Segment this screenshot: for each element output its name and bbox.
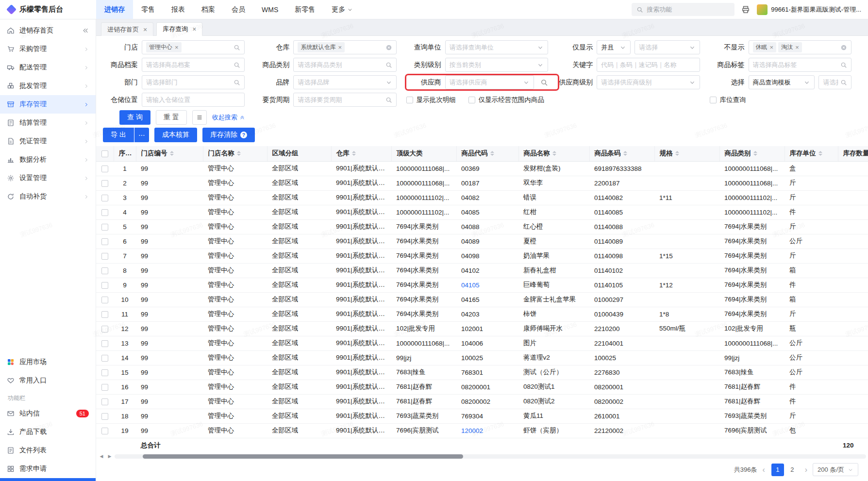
row-checkbox[interactable] — [101, 253, 108, 260]
table-row[interactable]: 1399管理中心全部区域9901|系统默认仓库1000000111068|...… — [96, 336, 868, 350]
prev-page-icon[interactable]: ‹ — [761, 465, 766, 474]
product-archive-input[interactable]: 请选择商品档案 — [142, 58, 245, 72]
row-checkbox[interactable] — [101, 166, 108, 172]
sidebar-item-analytics[interactable]: 数据分析 — [0, 150, 96, 169]
user-menu[interactable]: 99661-新界面果蔬版测试-管理... — [757, 4, 861, 15]
exclude-input[interactable]: 休眠×淘汰× — [749, 40, 851, 54]
search-icon[interactable] — [234, 79, 240, 86]
cell-code[interactable]: 04105 — [456, 278, 518, 292]
collapse-search-link[interactable]: 收起搜索 — [212, 113, 245, 122]
table-row[interactable]: 1099管理中心全部区域9901|系统默认仓库7694|水果类别04165金牌富… — [96, 292, 868, 307]
query-unit-select[interactable]: 请选择查询单位 — [445, 40, 548, 54]
sort-icon[interactable] — [675, 149, 679, 158]
cell-code[interactable]: 120002 — [456, 423, 518, 438]
sort-icon[interactable] — [552, 149, 556, 158]
remove-tag-icon[interactable]: × — [795, 44, 799, 50]
table-row[interactable]: 1799管理中心全部区域9901|系统默认仓库7681|赵春辉082000020… — [96, 394, 868, 409]
column-header-store-name[interactable]: 门店名称 — [203, 146, 267, 161]
page-size-select[interactable]: 200 条/页 — [813, 463, 858, 476]
table-row[interactable]: 399管理中心全部区域9901|系统默认仓库1000000111102|...0… — [96, 190, 868, 205]
nav-item-report[interactable]: 报表 — [163, 0, 193, 19]
product-tag-input[interactable]: 请选择商品标签 — [749, 58, 851, 72]
nav-item-purchase-sales[interactable]: 进销存 — [96, 0, 133, 19]
row-checkbox[interactable] — [101, 282, 108, 289]
row-checkbox[interactable] — [101, 326, 108, 332]
row-checkbox[interactable] — [101, 428, 108, 434]
row-checkbox[interactable] — [101, 369, 108, 376]
column-header-store-no[interactable]: 门店编号 — [136, 146, 203, 161]
column-header-unit[interactable]: 库存单位 — [785, 146, 838, 161]
row-checkbox[interactable] — [101, 267, 108, 274]
checkbox-business-scope-only[interactable]: 仅显示经营范围内商品 — [468, 96, 544, 104]
supplier-select[interactable]: 请选择供应商 — [445, 75, 534, 89]
sort-icon[interactable] — [170, 149, 174, 158]
order-cycle-input[interactable]: 请选择要货周期 — [293, 93, 396, 107]
clear-icon[interactable] — [385, 44, 392, 51]
nav-item-more[interactable]: 更多 — [323, 0, 361, 19]
table-row[interactable]: 699管理中心全部区域9901|系统默认仓库7694|水果类别04089夏橙01… — [96, 234, 868, 249]
table-row[interactable]: 499管理中心全部区域9901|系统默认仓库1000000111102|...0… — [96, 205, 868, 219]
sidebar-item-file-list[interactable]: 文件列表 — [0, 441, 96, 460]
search-icon[interactable] — [840, 62, 847, 68]
row-checkbox[interactable] — [101, 238, 108, 245]
tab-inventory-query[interactable]: 库存查询× — [156, 22, 202, 36]
row-checkbox[interactable] — [101, 180, 108, 187]
sidebar-item-app-market[interactable]: 应用市场 — [0, 353, 96, 371]
sidebar-item-replenish[interactable]: 自动补货 — [0, 187, 96, 206]
sidebar-item-product-download[interactable]: 产品下载 — [0, 423, 96, 441]
sidebar-item-purchase[interactable]: 采购管理 — [0, 40, 96, 58]
row-checkbox[interactable] — [101, 355, 108, 362]
table-row[interactable]: 1199管理中心全部区域9901|系统默认仓库7694|水果类别04203柿饼0… — [96, 307, 868, 321]
checkbox-location-query[interactable]: 库位查询 — [710, 96, 746, 104]
next-page-icon[interactable]: › — [804, 465, 808, 474]
only-show-operator-select[interactable]: 并且 — [597, 40, 631, 54]
sidebar-item-inbox[interactable]: 站内信51 — [0, 404, 96, 423]
export-button[interactable]: 导 出 — [103, 128, 134, 142]
more-actions-button[interactable]: ⋯ — [134, 128, 149, 142]
scrollbar-track[interactable] — [115, 454, 866, 459]
table-row[interactable]: 299管理中心全部区域9901|系统默认仓库1000000111068|...0… — [96, 176, 868, 190]
remove-tag-icon[interactable]: × — [338, 44, 342, 50]
search-icon[interactable] — [840, 79, 847, 86]
column-header-name[interactable]: 商品名称 — [518, 146, 589, 161]
column-header-spec[interactable]: 规格 — [654, 146, 719, 161]
column-header-code[interactable]: 商品代码 — [456, 146, 518, 161]
table-row[interactable]: 899管理中心全部区域9901|系统默认仓库7694|水果类别04102新春礼盒… — [96, 263, 868, 278]
row-checkbox[interactable] — [101, 340, 108, 347]
scroll-left-icon[interactable]: ◀ — [98, 453, 105, 459]
row-checkbox[interactable] — [101, 195, 108, 201]
scrollbar-thumb[interactable] — [143, 454, 463, 459]
row-checkbox[interactable] — [101, 209, 108, 216]
checkbox-show-batch-detail[interactable]: 显示批次明细 — [406, 96, 456, 104]
template-input[interactable]: 请选择... — [818, 75, 851, 89]
sidebar-item-favorites[interactable]: 常用入口 — [0, 371, 96, 390]
search-icon[interactable] — [385, 97, 392, 103]
sidebar-item-settings[interactable]: 设置管理 — [0, 169, 96, 187]
table-row[interactable]: 1299管理中心全部区域9901|系统默认仓库102|批发专用102001康师傅… — [96, 321, 868, 336]
table-row[interactable]: 1499管理中心全部区域9901|系统默认仓库99|jzj100025蒋道理v2… — [96, 350, 868, 365]
page-button-2[interactable]: 2 — [786, 464, 799, 476]
sort-icon[interactable] — [352, 149, 356, 158]
close-tab-icon[interactable]: × — [143, 26, 147, 33]
tab-home[interactable]: 进销存首页× — [101, 22, 153, 36]
sort-icon[interactable] — [818, 149, 822, 158]
store-input[interactable]: 管理中心× — [142, 40, 245, 54]
table-row[interactable]: 1899管理中心全部区域9901|系统默认仓库7693|蔬菜类别769304黄瓜… — [96, 409, 868, 423]
sidebar-item-delivery[interactable]: 配送管理 — [0, 58, 96, 77]
template-select[interactable]: 商品查询模板 — [749, 75, 815, 89]
close-tab-icon[interactable]: × — [192, 26, 196, 33]
printer-icon[interactable] — [741, 5, 750, 14]
table-row[interactable]: 999管理中心全部区域9901|系统默认仓库7694|水果类别04105巨峰葡萄… — [96, 278, 868, 292]
reset-button[interactable]: 重 置 — [156, 110, 187, 125]
row-checkbox[interactable] — [101, 398, 108, 405]
row-checkbox[interactable] — [101, 311, 108, 318]
row-checkbox[interactable] — [101, 224, 108, 231]
page-button-1[interactable]: 1 — [771, 464, 784, 476]
nav-item-wms[interactable]: WMS — [253, 0, 286, 19]
nav-item-retail[interactable]: 零售 — [133, 0, 163, 19]
table-row[interactable]: 199管理中心全部区域9901|系统默认仓库1000000111068|...0… — [96, 161, 868, 176]
table-row[interactable]: 1699管理中心全部区域9901|系统默认仓库7681|赵春辉082000010… — [96, 380, 868, 394]
function-search-input[interactable]: 搜索功能 — [632, 3, 734, 16]
column-header-qty[interactable]: 库存数量 — [838, 146, 868, 161]
column-header-warehouse[interactable]: 仓库 — [331, 146, 391, 161]
